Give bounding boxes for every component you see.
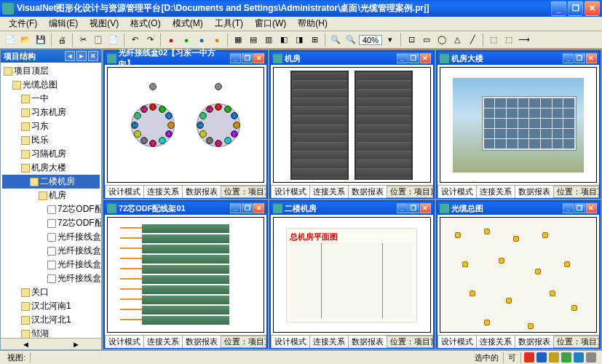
tool-zoomout[interactable]: 🔍 — [344, 33, 358, 47]
tree-node[interactable]: 一中 — [2, 92, 100, 106]
tool-n[interactable]: △ — [450, 33, 464, 47]
tree-node[interactable]: 光缆总图 — [2, 78, 100, 92]
menu-item[interactable]: 工具(T) — [209, 16, 249, 31]
tool-print[interactable]: 🖨 — [55, 33, 69, 47]
tab-design[interactable]: 设计模式 — [105, 335, 144, 348]
tab-relation[interactable]: 连接关系 — [476, 185, 515, 198]
tab-design[interactable]: 设计模式 — [437, 185, 477, 198]
tab-report[interactable]: 数据报表 — [515, 185, 554, 198]
tree-node[interactable]: 72芯ODF配线 — [2, 216, 100, 230]
sidebar-prev[interactable]: ◄ — [65, 51, 75, 61]
mdi-max[interactable]: ❐ — [408, 203, 419, 213]
mdi-close[interactable]: ✕ — [420, 203, 431, 213]
tab-relation[interactable]: 连接关系 — [309, 335, 349, 348]
maximize-button[interactable]: ❐ — [568, 1, 583, 16]
tool-i[interactable]: ◨ — [292, 33, 306, 47]
tab-relation[interactable]: 连接关系 — [143, 185, 183, 198]
tray-icon[interactable] — [574, 352, 584, 363]
sidebar-close[interactable]: ✕ — [88, 51, 98, 61]
mdi-canvas[interactable] — [440, 67, 597, 183]
tab-design[interactable]: 设计模式 — [105, 185, 144, 198]
tab-design[interactable]: 设计模式 — [271, 185, 310, 198]
tool-undo[interactable]: ↶ — [127, 33, 142, 47]
tree-node[interactable]: 机房大楼 — [2, 161, 100, 175]
sidebar-scroll-right[interactable]: ► — [51, 339, 101, 349]
mdi-close[interactable]: ✕ — [586, 53, 597, 63]
menu-item[interactable]: 模式(M) — [167, 16, 209, 31]
tool-save[interactable]: 💾 — [33, 33, 48, 47]
mdi-titlebar[interactable]: 机房_❐✕ — [271, 52, 432, 65]
menu-item[interactable]: 文件(F) — [3, 16, 43, 31]
mdi-canvas[interactable] — [440, 217, 597, 333]
mdi-canvas[interactable]: 总机房平面图 — [273, 217, 430, 333]
tab-report[interactable]: 数据报表 — [182, 335, 221, 348]
sidebar-next[interactable]: ► — [76, 51, 87, 61]
tree-node[interactable]: 习东机房 — [2, 106, 100, 119]
mdi-max[interactable]: ❐ — [242, 203, 253, 213]
tree-node[interactable]: 汉北河南1 — [2, 299, 100, 313]
tool-redo[interactable]: ↷ — [143, 33, 157, 47]
menu-item[interactable]: 格式(O) — [124, 16, 166, 31]
tool-b[interactable]: ● — [179, 33, 194, 47]
tool-zoomin[interactable]: 🔍 — [328, 33, 343, 47]
tray-icon[interactable] — [586, 352, 596, 363]
tool-p[interactable]: ⬚ — [486, 33, 501, 47]
tray-icon[interactable] — [561, 352, 571, 363]
tree-node[interactable]: 汉北河北1 — [2, 313, 100, 327]
tool-d[interactable]: ● — [210, 33, 224, 47]
tool-cut[interactable]: ✂ — [76, 33, 90, 47]
tree-node[interactable]: 民乐 — [2, 133, 100, 147]
tool-open[interactable]: 📂 — [18, 33, 33, 47]
mdi-close[interactable]: ✕ — [586, 203, 597, 213]
mdi-min[interactable]: _ — [230, 53, 241, 63]
tree-node[interactable]: 机房 — [2, 189, 100, 202]
mdi-close[interactable]: ✕ — [253, 203, 264, 213]
tab-report[interactable]: 数据报表 — [348, 335, 387, 348]
tab-relation[interactable]: 连接关系 — [309, 185, 349, 198]
tree-node[interactable]: 光纤接线盒0 — [2, 244, 100, 258]
tree-root[interactable]: 项目顶层 — [2, 64, 100, 78]
menu-item[interactable]: 编辑(E) — [43, 16, 84, 31]
tool-q[interactable]: ⬚ — [502, 33, 516, 47]
tool-o[interactable]: ╱ — [465, 33, 480, 47]
mdi-titlebar[interactable]: 72芯ODF配线架01_❐✕ — [105, 202, 266, 215]
tool-l[interactable]: ▭ — [419, 33, 434, 47]
tool-new[interactable]: 📄 — [3, 33, 17, 47]
tree-node[interactable]: 光纤接线盒0 — [2, 272, 100, 285]
tab-relation[interactable]: 连接关系 — [476, 335, 515, 348]
tool-h[interactable]: ◧ — [277, 33, 291, 47]
mdi-canvas[interactable]: 123456789101112123456789101112 — [107, 67, 264, 183]
mdi-min[interactable]: _ — [563, 203, 574, 213]
tool-f[interactable]: ▤ — [246, 33, 261, 47]
tool-e[interactable]: ▦ — [231, 33, 245, 47]
mdi-canvas[interactable] — [273, 67, 430, 183]
tray-icon[interactable] — [549, 352, 559, 363]
tab-report[interactable]: 数据报表 — [182, 185, 221, 198]
close-button[interactable]: ✕ — [585, 1, 600, 16]
tree-node[interactable]: 习隔机房 — [2, 147, 100, 161]
project-tree[interactable]: 项目顶层光缆总图一中习东机房习东民乐习隔机房机房大楼二楼机房机房72芯ODF配线… — [1, 63, 101, 338]
mdi-max[interactable]: ❐ — [574, 53, 585, 63]
minimize-button[interactable]: _ — [551, 1, 566, 16]
mdi-min[interactable]: _ — [397, 203, 408, 213]
mdi-titlebar[interactable]: 光纤接线盒02【习东一中方向】_❐✕ — [105, 52, 266, 65]
tray-icon[interactable] — [536, 352, 547, 363]
mdi-max[interactable]: ❐ — [574, 203, 585, 213]
mdi-canvas[interactable] — [107, 217, 264, 333]
tab-relation[interactable]: 连接关系 — [143, 335, 183, 348]
mdi-max[interactable]: ❐ — [408, 53, 419, 63]
tree-node[interactable]: 邹湖 — [2, 327, 100, 338]
tree-node[interactable]: 关口 — [2, 285, 100, 299]
mdi-titlebar[interactable]: 二楼机房_❐✕ — [271, 202, 432, 215]
tool-c[interactable]: ● — [194, 33, 209, 47]
tool-j[interactable]: ⊞ — [307, 33, 322, 47]
tray-icon[interactable] — [524, 352, 534, 363]
tool-r[interactable]: ⟶ — [517, 33, 531, 47]
mdi-min[interactable]: _ — [563, 53, 574, 63]
tree-node[interactable]: 二楼机房 — [2, 175, 100, 189]
tool-a[interactable]: ● — [164, 33, 178, 47]
tab-design[interactable]: 设计模式 — [437, 335, 477, 348]
tree-node[interactable]: 72芯ODF配线 — [2, 202, 100, 216]
tree-node[interactable]: 光纤接线盒0 — [2, 230, 100, 244]
tab-report[interactable]: 数据报表 — [515, 335, 554, 348]
